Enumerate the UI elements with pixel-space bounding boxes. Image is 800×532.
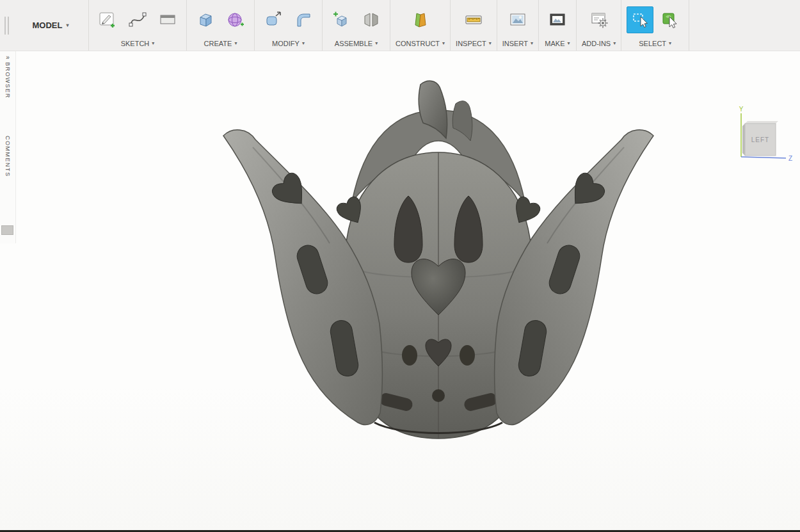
inspect-menu[interactable]: INSPECT ▾ bbox=[456, 37, 492, 49]
axis-y-label: Y bbox=[739, 106, 744, 113]
toolbar-group-insert: INSERT ▾ bbox=[497, 0, 538, 51]
fillet-button[interactable] bbox=[290, 6, 317, 33]
toolbar-group-select: SELECT ▾ bbox=[621, 0, 689, 51]
create-sketch-icon bbox=[98, 10, 117, 29]
toolbar-group-modify: MODIFY ▾ bbox=[254, 0, 322, 51]
insert-menu[interactable]: INSERT ▾ bbox=[502, 37, 533, 49]
toolbar-group-make: MAKE ▾ bbox=[538, 0, 576, 51]
spline-button[interactable] bbox=[124, 6, 151, 33]
measure-button[interactable] bbox=[460, 6, 487, 33]
chevron-down-icon: ▾ bbox=[66, 23, 68, 28]
extrude-button[interactable] bbox=[192, 6, 219, 33]
axis-z-label: Z bbox=[788, 155, 792, 162]
press-pull-icon bbox=[264, 10, 283, 29]
scripts-addins-button[interactable] bbox=[586, 6, 612, 33]
freeform-select-icon bbox=[660, 10, 680, 29]
measure-icon bbox=[464, 10, 483, 29]
new-component-button[interactable] bbox=[328, 6, 355, 33]
construct-menu[interactable]: CONSTRUCT ▾ bbox=[396, 37, 445, 49]
two-point-rectangle-icon bbox=[158, 10, 177, 29]
chevron-down-icon: ▾ bbox=[531, 41, 533, 46]
toolbar-group-assemble: ASSEMBLE ▾ bbox=[322, 0, 390, 51]
browser-tab-label: BROWSER bbox=[4, 62, 11, 99]
chevron-down-icon: ▾ bbox=[442, 41, 445, 46]
fillet-icon bbox=[294, 10, 313, 29]
toolbar-group-create: CREATE ▾ bbox=[186, 0, 254, 51]
construction-plane-button[interactable] bbox=[407, 6, 434, 33]
make-menu[interactable]: MAKE ▾ bbox=[544, 37, 571, 49]
new-component-icon bbox=[332, 10, 351, 29]
chevron-down-icon: ▾ bbox=[669, 41, 671, 46]
toolbar-grip[interactable] bbox=[0, 0, 13, 51]
chevron-down-icon: ▾ bbox=[489, 41, 492, 46]
joint-button[interactable] bbox=[358, 6, 385, 33]
scripts-addins-icon bbox=[589, 10, 609, 29]
chevron-down-icon: ▾ bbox=[302, 41, 305, 46]
select-menu[interactable]: SELECT ▾ bbox=[627, 37, 684, 49]
view-cube-top-edge[interactable] bbox=[745, 121, 778, 124]
two-point-rectangle-button[interactable] bbox=[154, 6, 181, 33]
chevron-down-icon: ▾ bbox=[375, 41, 378, 46]
view-cube[interactable]: Y Z LEFT bbox=[730, 106, 795, 166]
joint-icon bbox=[362, 10, 381, 29]
freeform-select-button[interactable] bbox=[657, 6, 684, 33]
expand-panel-icon[interactable]: » bbox=[6, 54, 10, 61]
insert-image-button[interactable] bbox=[504, 6, 531, 33]
addins-menu[interactable]: ADD-INS ▾ bbox=[582, 37, 616, 49]
toolbar-group-construct: CONSTRUCT ▾ bbox=[390, 0, 450, 51]
toolbar-group-inspect: INSPECT ▾ bbox=[450, 0, 497, 51]
print-3d-button[interactable] bbox=[544, 6, 571, 33]
window-select-icon bbox=[630, 10, 650, 29]
insert-image-icon bbox=[508, 10, 527, 29]
window-select-button[interactable] bbox=[627, 6, 653, 33]
create-menu[interactable]: CREATE ▾ bbox=[192, 37, 249, 49]
axis-z-line bbox=[741, 157, 786, 158]
create-form-button[interactable] bbox=[222, 6, 249, 33]
create-form-icon bbox=[226, 10, 245, 29]
view-cube-face-label: LEFT bbox=[751, 136, 769, 143]
chevron-down-icon: ▾ bbox=[568, 41, 570, 46]
spline-icon bbox=[128, 10, 147, 29]
chevron-down-icon: ▾ bbox=[613, 41, 616, 46]
modify-menu[interactable]: MODIFY ▾ bbox=[260, 37, 317, 49]
chevron-down-icon: ▾ bbox=[234, 41, 237, 46]
main-toolbar: MODEL ▾ bbox=[0, 0, 800, 51]
toolbar-group-sketch: SKETCH ▾ bbox=[88, 0, 186, 51]
rail-scroll-indicator[interactable] bbox=[1, 225, 13, 235]
construction-plane-icon bbox=[411, 10, 430, 29]
comments-tab-label: COMMENTS bbox=[4, 136, 11, 177]
sketch-menu[interactable]: SKETCH ▾ bbox=[94, 37, 181, 49]
comments-panel-tab[interactable]: COMMENTS bbox=[0, 136, 15, 177]
browser-panel-tab[interactable]: » BROWSER bbox=[0, 54, 15, 99]
workspace-switcher[interactable]: MODEL ▾ bbox=[13, 0, 88, 51]
workspace-label: MODEL bbox=[33, 20, 63, 30]
toolbar-group-addins: ADD-INS ▾ bbox=[576, 0, 621, 51]
chevron-down-icon: ▾ bbox=[152, 41, 154, 46]
model-3d-object[interactable] bbox=[214, 77, 662, 442]
view-cube-left-edge[interactable] bbox=[742, 124, 745, 156]
toolbar-filler bbox=[689, 0, 800, 51]
left-rail: » BROWSER COMMENTS bbox=[0, 51, 16, 243]
viewport-canvas[interactable]: Y Z LEFT bbox=[0, 51, 800, 530]
press-pull-button[interactable] bbox=[260, 6, 287, 33]
extrude-icon bbox=[196, 10, 215, 29]
fusion-window: MODEL ▾ bbox=[0, 0, 800, 532]
assemble-menu[interactable]: ASSEMBLE ▾ bbox=[328, 37, 385, 49]
print-3d-icon bbox=[548, 10, 567, 29]
create-sketch-button[interactable] bbox=[94, 6, 121, 33]
